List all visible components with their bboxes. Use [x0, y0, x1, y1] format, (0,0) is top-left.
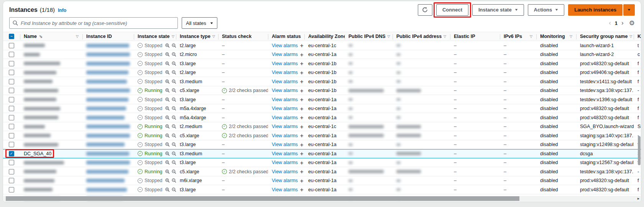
row-checkbox[interactable]: ✓: [9, 151, 14, 156]
zoom-out-icon[interactable]: [172, 151, 176, 156]
add-alarm-plus-icon[interactable]: +: [300, 178, 304, 184]
select-all-checkbox[interactable]: –: [9, 34, 14, 39]
table-row[interactable]: − Stopped t3.large – Vie: [3, 59, 641, 68]
view-alarms-link[interactable]: View alarms: [272, 97, 298, 102]
zoom-in-icon[interactable]: [165, 115, 170, 120]
horizontal-scrollbar[interactable]: ▸: [3, 196, 641, 201]
table-row[interactable]: − Stopped m6i.xlarge – V: [3, 176, 641, 186]
zoom-out-icon[interactable]: [172, 133, 176, 138]
view-alarms-link[interactable]: View alarms: [272, 79, 298, 84]
row-checkbox[interactable]: [9, 133, 14, 138]
view-alarms-link[interactable]: View alarms: [272, 70, 298, 75]
row-checkbox[interactable]: [9, 178, 14, 183]
column-header-availability-zone[interactable]: Availability Zone ▽: [304, 32, 345, 41]
view-alarms-link[interactable]: View alarms: [272, 160, 298, 165]
zoom-out-icon[interactable]: [172, 106, 176, 111]
table-row[interactable]: − Stopped t3.large – Vie: [3, 95, 641, 104]
instance-id-link[interactable]: [86, 44, 129, 48]
zoom-in-icon[interactable]: [165, 133, 170, 138]
view-alarms-link[interactable]: View alarms: [272, 178, 298, 183]
view-alarms-link[interactable]: View alarms: [272, 61, 298, 66]
zoom-in-icon[interactable]: [165, 178, 170, 183]
add-alarm-plus-icon[interactable]: +: [300, 142, 304, 148]
column-header-ipv6-ips[interactable]: IPv6 IPs ▽: [500, 32, 536, 41]
row-checkbox[interactable]: [9, 169, 14, 174]
gear-icon[interactable]: ⚙: [629, 20, 635, 26]
view-alarms-link[interactable]: View alarms: [272, 52, 298, 57]
table-row[interactable]: ✓ Running c5.xlarge ✓ 2/2 checks passed: [3, 131, 641, 140]
add-alarm-plus-icon[interactable]: +: [300, 151, 304, 156]
view-alarms-link[interactable]: View alarms: [272, 43, 298, 48]
zoom-out-icon[interactable]: [172, 43, 176, 48]
table-row[interactable]: ✓ Running c5.xlarge ✓ 2/2 checks passed: [3, 86, 641, 95]
table-row[interactable]: − Stopped t2.micro – Vie: [3, 50, 641, 59]
add-alarm-plus-icon[interactable]: +: [300, 187, 304, 192]
instance-id-link[interactable]: [86, 143, 125, 146]
zoom-in-icon[interactable]: [165, 187, 170, 192]
add-alarm-plus-icon[interactable]: +: [300, 115, 304, 120]
filter-icon[interactable]: ▽: [172, 34, 174, 38]
zoom-out-icon[interactable]: [172, 115, 176, 120]
instance-id-link[interactable]: [86, 170, 128, 174]
zoom-in-icon[interactable]: [165, 43, 170, 48]
column-header-alarm-status[interactable]: Alarm status: [268, 32, 304, 41]
zoom-in-icon[interactable]: [165, 88, 170, 93]
zoom-in-icon[interactable]: [165, 160, 170, 165]
add-alarm-plus-icon[interactable]: +: [300, 61, 304, 66]
add-alarm-plus-icon[interactable]: +: [300, 160, 304, 166]
zoom-out-icon[interactable]: [172, 61, 176, 66]
row-checkbox[interactable]: [9, 187, 14, 192]
instance-id-link[interactable]: [86, 62, 130, 66]
add-alarm-plus-icon[interactable]: +: [300, 124, 304, 130]
zoom-in-icon[interactable]: [165, 124, 170, 129]
table-row[interactable]: − Stopped t2.large – Vie: [3, 68, 641, 77]
view-alarms-link[interactable]: View alarms: [272, 106, 298, 111]
zoom-out-icon[interactable]: [172, 97, 176, 102]
row-checkbox[interactable]: [9, 160, 14, 165]
actions-dropdown[interactable]: Actions ▼: [528, 4, 565, 16]
column-header-instance-state[interactable]: Instance state ▽: [134, 32, 176, 41]
zoom-out-icon[interactable]: [172, 124, 176, 129]
column-header-key-name[interactable]: Key name: [634, 32, 641, 41]
view-alarms-link[interactable]: View alarms: [272, 187, 298, 192]
instance-id-link[interactable]: [86, 125, 130, 128]
row-checkbox[interactable]: [9, 142, 14, 147]
refresh-button[interactable]: [418, 4, 432, 16]
table-row[interactable]: − Stopped t3.large – Vie: [3, 185, 641, 194]
scroll-right-arrow-icon[interactable]: ▸: [637, 196, 639, 200]
row-checkbox[interactable]: [9, 106, 14, 111]
add-alarm-plus-icon[interactable]: +: [300, 133, 304, 138]
table-row[interactable]: ✓ Running t2.medium ✓ 2/2 checks passed: [3, 122, 641, 131]
zoom-in-icon[interactable]: [165, 142, 170, 147]
state-filter-select[interactable]: All states ▼: [182, 17, 217, 29]
column-header-public-ipv4-dns[interactable]: Public IPv4 DNS ▽: [345, 32, 393, 41]
horizontal-scrollbar-thumb[interactable]: [6, 196, 519, 201]
zoom-out-icon[interactable]: [172, 142, 176, 147]
row-checkbox[interactable]: [9, 88, 14, 93]
filter-icon[interactable]: ▽: [629, 34, 632, 38]
add-alarm-plus-icon[interactable]: +: [300, 70, 304, 76]
zoom-in-icon[interactable]: [165, 70, 170, 75]
table-row[interactable]: − Stopped t2.large – Vie: [3, 41, 641, 50]
instance-id-link[interactable]: [86, 134, 130, 138]
add-alarm-plus-icon[interactable]: +: [300, 52, 304, 58]
row-checkbox[interactable]: [9, 52, 14, 57]
column-header-elastic-ip[interactable]: Elastic IP: [450, 32, 500, 41]
zoom-in-icon[interactable]: [165, 61, 170, 66]
instance-id-link[interactable]: [86, 53, 130, 56]
vertical-scrollbar-thumb[interactable]: [638, 136, 641, 165]
zoom-in-icon[interactable]: [165, 169, 170, 174]
column-header-security-group-name[interactable]: Security group name ▽: [576, 32, 634, 41]
zoom-out-icon[interactable]: [172, 187, 176, 192]
filter-icon[interactable]: ▽: [388, 34, 390, 38]
view-alarms-link[interactable]: View alarms: [272, 115, 298, 120]
filter-icon[interactable]: ▽: [570, 34, 572, 38]
connect-button[interactable]: Connect: [436, 4, 468, 16]
add-alarm-plus-icon[interactable]: +: [300, 169, 304, 174]
zoom-out-icon[interactable]: [172, 178, 176, 183]
zoom-in-icon[interactable]: [165, 151, 170, 156]
table-row[interactable]: − Stopped t3.large – Vie: [3, 140, 641, 150]
info-link[interactable]: Info: [58, 8, 66, 13]
view-alarms-link[interactable]: View alarms: [272, 133, 298, 138]
row-checkbox[interactable]: [9, 61, 14, 66]
